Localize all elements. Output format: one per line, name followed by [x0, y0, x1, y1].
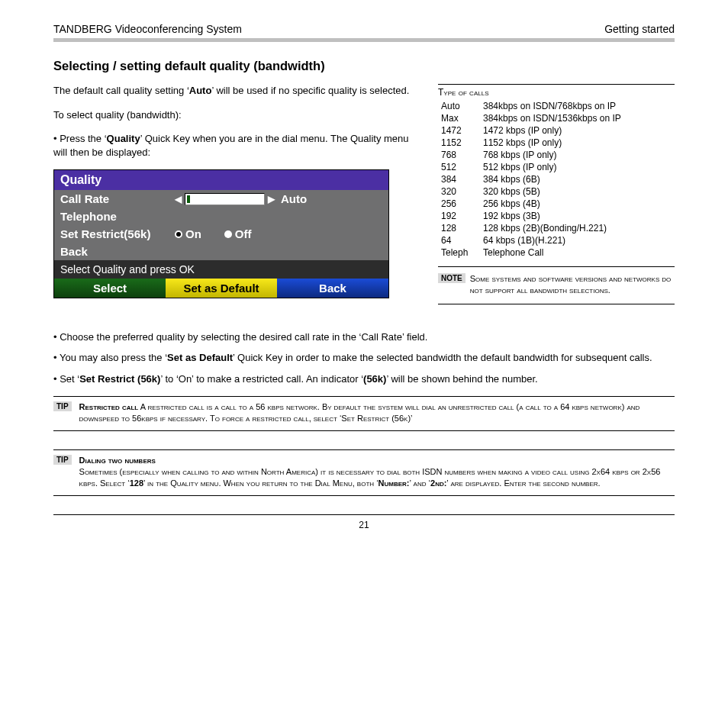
rate-key: 384 — [438, 173, 480, 185]
softkey-select[interactable]: Select — [54, 279, 166, 298]
table-row: 384384 kbps (6B) — [438, 173, 675, 185]
table-row: TelephTelephone Call — [438, 246, 675, 259]
menu-help: Select Quality and press OK — [54, 260, 388, 279]
rates-table: Auto384kbps on ISDN/768kbps on IPMax384k… — [438, 100, 675, 259]
restrict-off-radio[interactable]: Off — [224, 227, 252, 240]
table-row: Auto384kbps on ISDN/768kbps on IP — [438, 100, 675, 112]
table-row: Max384kbps on ISDN/1536kbps on IP — [438, 112, 675, 124]
page-number: 21 — [53, 514, 675, 530]
rate-key: 192 — [438, 210, 480, 222]
note-box: NOTE Some systems and software versions … — [438, 273, 675, 296]
rate-key: 1472 — [438, 124, 480, 137]
bullet-1: • Choose the preferred quality by select… — [53, 330, 675, 344]
callrate-label: Call Rate — [60, 192, 175, 205]
note-badge: NOTE — [438, 273, 465, 283]
menu-row-callrate[interactable]: Call Rate ◀ ▶ Auto — [54, 190, 388, 208]
rate-value: 192 kbps (3B) — [480, 210, 675, 222]
header: TANDBERG Videoconferencing System Gettin… — [53, 23, 675, 38]
table-row: 6464 kbps (1B)(H.221) — [438, 234, 675, 246]
restrict-on-radio[interactable]: On — [175, 227, 201, 240]
softkey-default[interactable]: Set as Default — [166, 279, 277, 298]
tip-badge: TIP — [53, 455, 72, 465]
bullet-3: • Set ‘Set Restrict (56k)’ to ‘On’ to ma… — [53, 372, 675, 386]
rate-value: 1152 kbps (IP only) — [480, 137, 675, 149]
quality-menu: Quality Call Rate ◀ ▶ Auto Telephone — [53, 169, 389, 298]
rate-value: 384kbps on ISDN/768kbps on IP — [480, 100, 675, 112]
rate-key: Max — [438, 112, 480, 124]
rate-key: 256 — [438, 198, 480, 210]
chevron-right-icon[interactable]: ▶ — [268, 194, 275, 205]
rate-value: 1472 kbps (IP only) — [480, 124, 675, 137]
note-text: Some systems and software versions and n… — [470, 273, 675, 296]
rate-key: Auto — [438, 100, 480, 112]
tip-restricted-call: TIP Restricted call A restricted call is… — [53, 396, 675, 431]
section-title: Selecting / setting default quality (ban… — [53, 59, 675, 73]
header-rule — [53, 38, 675, 42]
softkey-back[interactable]: Back — [277, 279, 388, 298]
rates-title: Type of calls — [438, 84, 675, 98]
table-row: 11521152 kbps (IP only) — [438, 137, 675, 149]
table-row: 768768 kbps (IP only) — [438, 149, 675, 161]
menu-title: Quality — [54, 170, 388, 190]
rate-value: 128 kbps (2B)(Bonding/H.221) — [480, 222, 675, 234]
rate-value: 768 kbps (IP only) — [480, 149, 675, 161]
rate-key: 64 — [438, 234, 480, 246]
rate-value: 512 kbps (IP only) — [480, 161, 675, 173]
rate-value: 384 kbps (6B) — [480, 173, 675, 185]
tip-dialing-two: TIP Dialing two numbers Sometimes (espec… — [53, 449, 675, 496]
menu-row-telephone[interactable]: Telephone — [54, 208, 388, 225]
rate-value: 64 kbps (1B)(H.221) — [480, 234, 675, 246]
rate-key: 512 — [438, 161, 480, 173]
table-row: 320320 kbps (5B) — [438, 185, 675, 198]
tip-badge: TIP — [53, 401, 72, 411]
rate-key: Teleph — [438, 246, 480, 259]
rate-value: 320 kbps (5B) — [480, 185, 675, 198]
rate-value: Telephone Call — [480, 246, 675, 259]
intro-3: • Press the ‘Quality’ Quick Key when you… — [53, 132, 415, 159]
table-row: 14721472 kbps (IP only) — [438, 124, 675, 137]
callrate-value: Auto — [281, 192, 307, 205]
table-row: 256256 kbps (4B) — [438, 198, 675, 210]
table-row: 192192 kbps (3B) — [438, 210, 675, 222]
chevron-left-icon[interactable]: ◀ — [175, 194, 182, 205]
menu-row-restrict[interactable]: Set Restrict(56k) On Off — [54, 225, 388, 243]
table-row: 128128 kbps (2B)(Bonding/H.221) — [438, 222, 675, 234]
rate-key: 768 — [438, 149, 480, 161]
rate-key: 1152 — [438, 137, 480, 149]
intro-2: To select quality (bandwidth): — [53, 108, 415, 122]
menu-row-back[interactable]: Back — [54, 243, 388, 260]
rate-value: 384kbps on ISDN/1536kbps on IP — [480, 112, 675, 124]
rate-key: 128 — [438, 222, 480, 234]
callrate-input[interactable] — [185, 193, 265, 205]
bullet-2: • You may also press the ‘Set as Default… — [53, 351, 675, 365]
rate-key: 320 — [438, 185, 480, 198]
rate-value: 256 kbps (4B) — [480, 198, 675, 210]
header-right: Getting started — [604, 23, 675, 35]
header-left: TANDBERG Videoconferencing System — [53, 23, 242, 35]
table-row: 512512 kbps (IP only) — [438, 161, 675, 173]
intro-1: The default call quality setting ‘Auto’ … — [53, 84, 415, 98]
